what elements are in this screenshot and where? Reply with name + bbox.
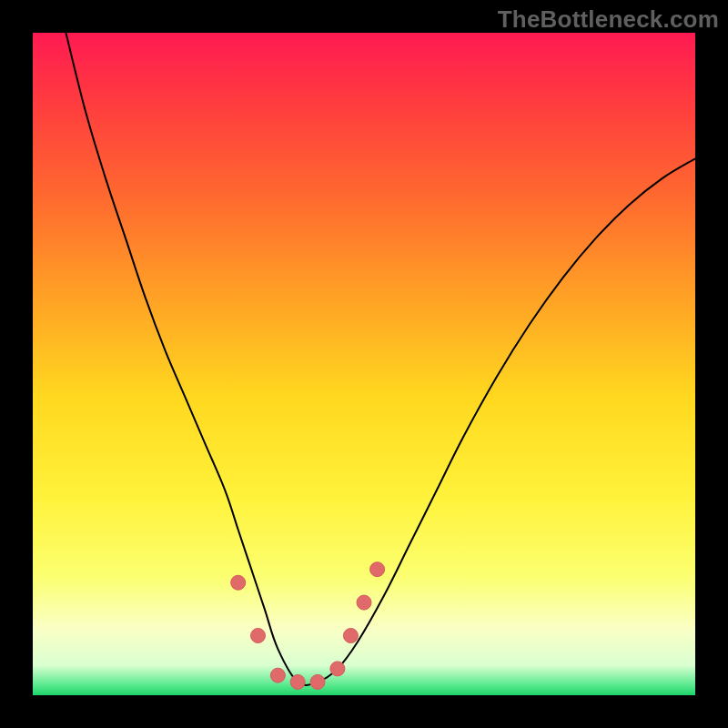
curve-marker	[270, 668, 285, 682]
curve-marker	[370, 562, 385, 577]
curve-marker	[330, 662, 345, 676]
watermark-text: TheBottleneck.com	[498, 5, 719, 34]
curve-marker	[357, 595, 371, 610]
plot-area	[33, 33, 695, 695]
chart-svg	[33, 33, 695, 695]
outer-frame: TheBottleneck.com	[0, 0, 728, 728]
curve-marker	[251, 628, 266, 642]
curve-marker	[290, 674, 305, 689]
curve-marker	[310, 674, 325, 689]
curve-marker	[343, 628, 358, 642]
curve-marker	[231, 575, 246, 590]
